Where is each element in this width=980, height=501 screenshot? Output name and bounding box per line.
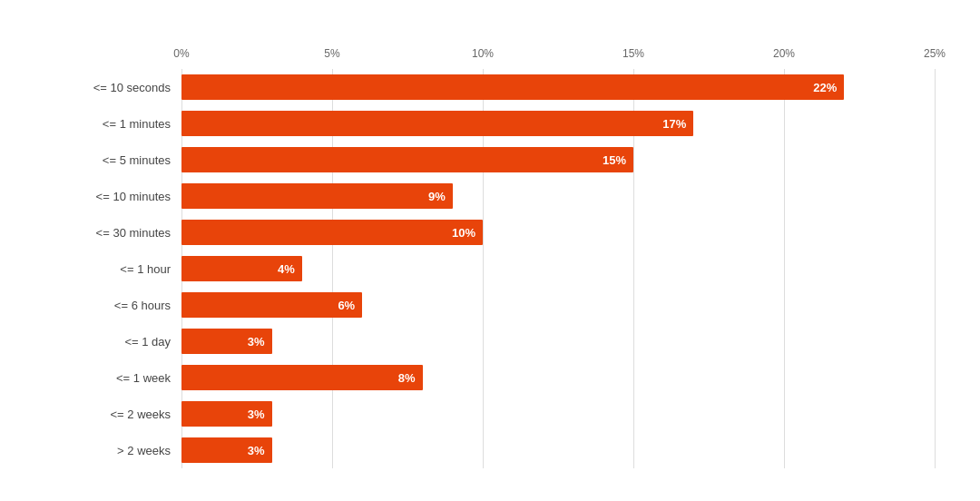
bar-track: 15% <box>181 147 935 172</box>
x-tick: 20% <box>773 47 795 60</box>
bar-track: 3% <box>181 401 935 427</box>
bar-track: 22% <box>181 74 935 100</box>
bar-track: 3% <box>181 329 935 354</box>
bar-label: <= 2 weeks <box>36 398 181 430</box>
bar-row: 4% <box>181 252 935 285</box>
bar-row: 9% <box>181 180 935 212</box>
bar-track: 6% <box>181 292 935 318</box>
bar-value-label: 10% <box>452 226 483 240</box>
bar-value-label: 22% <box>813 81 844 94</box>
bar-value-label: 6% <box>338 299 362 312</box>
bar-label: <= 1 minutes <box>36 107 181 140</box>
bar-label: <= 1 day <box>36 325 181 358</box>
bar-fill: 3% <box>181 329 272 354</box>
bar-track: 17% <box>181 111 935 136</box>
bar-label: <= 10 minutes <box>36 180 181 212</box>
chart-container: 0%5%10%15%20%25% <= 10 seconds<= 1 minut… <box>18 15 962 486</box>
x-tick: 15% <box>622 47 644 60</box>
bar-label: <= 10 seconds <box>36 71 181 103</box>
bar-fill: 4% <box>181 256 302 281</box>
bar-fill: 10% <box>181 220 483 245</box>
bar-fill: 3% <box>181 437 272 463</box>
bar-label: <= 30 minutes <box>36 216 181 249</box>
bar-fill: 3% <box>181 401 272 427</box>
x-tick: 0% <box>173 47 189 60</box>
bar-track: 9% <box>181 183 935 209</box>
bar-row: 15% <box>181 143 935 176</box>
bar-labels: <= 10 seconds<= 1 minutes<= 5 minutes<= … <box>36 69 181 468</box>
bar-value-label: 9% <box>428 190 453 203</box>
bar-row: 22% <box>181 71 935 103</box>
bar-value-label: 4% <box>278 262 302 276</box>
bar-row: 17% <box>181 107 935 140</box>
bar-fill: 22% <box>181 74 844 100</box>
bar-track: 8% <box>181 365 935 390</box>
bar-fill: 8% <box>181 365 423 390</box>
bar-value-label: 3% <box>248 444 272 457</box>
bar-value-label: 8% <box>398 371 423 385</box>
x-tick: 25% <box>924 47 946 60</box>
x-tick: 10% <box>472 47 494 60</box>
x-tick: 5% <box>324 47 339 60</box>
bar-row: 3% <box>181 325 935 358</box>
bar-fill: 6% <box>181 292 362 318</box>
bar-value-label: 3% <box>248 335 272 349</box>
bar-fill: 9% <box>181 183 453 209</box>
bar-track: 4% <box>181 256 935 281</box>
bar-value-label: 17% <box>662 117 693 131</box>
bars-and-grid: 22%17%15%9%10%4%6%3%8%3%3% <box>181 69 935 468</box>
bar-fill: 15% <box>181 147 633 172</box>
bar-row: 3% <box>181 434 935 467</box>
bar-track: 3% <box>181 437 935 463</box>
bar-row: 8% <box>181 361 935 394</box>
bar-label: <= 5 minutes <box>36 143 181 176</box>
x-axis-top: 0%5%10%15%20%25% <box>181 47 935 65</box>
bar-label: > 2 weeks <box>36 434 181 467</box>
bar-row: 10% <box>181 216 935 249</box>
bar-track: 10% <box>181 220 935 245</box>
bars-column: 22%17%15%9%10%4%6%3%8%3%3% <box>181 69 935 468</box>
bar-fill: 17% <box>181 111 693 136</box>
bar-value-label: 15% <box>603 153 633 167</box>
bar-row: 3% <box>181 398 935 430</box>
bar-label: <= 1 hour <box>36 252 181 285</box>
chart-area: 0%5%10%15%20%25% <= 10 seconds<= 1 minut… <box>36 47 935 468</box>
grid-line <box>935 69 936 468</box>
bar-label: <= 1 week <box>36 361 181 394</box>
bar-label: <= 6 hours <box>36 289 181 321</box>
bar-value-label: 3% <box>248 408 272 421</box>
bar-row: 6% <box>181 289 935 321</box>
